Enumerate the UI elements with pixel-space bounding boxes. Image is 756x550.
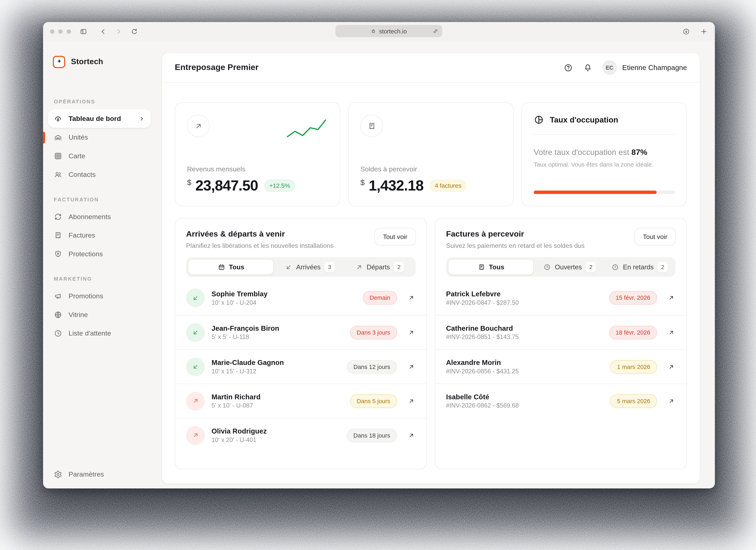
- sidebar-item-abonnements[interactable]: Abonnements: [48, 207, 151, 226]
- back-icon[interactable]: [97, 25, 109, 38]
- sidebar-item-promotions[interactable]: Promotions: [48, 287, 151, 306]
- movement-row-jean-francois-biron[interactable]: Jean-François Biron5' x 5' - U-118Dans 3…: [175, 315, 426, 349]
- alert-icon: [612, 263, 619, 271]
- tab-count-badge: 2: [586, 262, 596, 272]
- invoice-row-catherine-bouchard[interactable]: Catherine Bouchard#INV-2026-0851 - $143.…: [435, 315, 686, 349]
- tab-en-retards[interactable]: En retards2: [606, 259, 674, 275]
- tab-tous[interactable]: Tous: [188, 259, 274, 275]
- bell-icon[interactable]: [582, 62, 593, 73]
- stats-row: Revenus mensuels $ 23,847.50 +12.5%: [175, 102, 687, 206]
- sidebar-item-vitrine[interactable]: Vitrine: [48, 305, 151, 324]
- open-row-button[interactable]: [665, 360, 678, 373]
- invoice-row-alexandre-morin[interactable]: Alexandre Morin#INV-2026-0856 - $431.251…: [435, 349, 686, 384]
- open-row-button[interactable]: [405, 429, 418, 442]
- invoices-list: Patrick Lefebvre#INV-2026-0847 - $287.50…: [435, 281, 686, 418]
- chevron-icon: [139, 115, 145, 122]
- due-badge: Dans 12 jours: [347, 360, 397, 374]
- tab-label: Ouvertes: [555, 263, 582, 271]
- movement-row-olivia-rodriguez[interactable]: Olivia Rodriguez10' x 20' - U-401Dans 18…: [175, 418, 426, 452]
- sidebar-item-label: Unités: [69, 133, 88, 141]
- see-all-button[interactable]: Tout voir: [635, 228, 676, 245]
- invoice-count-badge: 4 factures: [429, 179, 467, 192]
- open-row-button[interactable]: [405, 395, 418, 407]
- sidebar-item-label: Abonnements: [69, 213, 111, 220]
- sidebar-item-parametres[interactable]: Paramètres: [48, 465, 151, 484]
- invoices-tabs: TousOuvertes2En retards2: [446, 257, 676, 277]
- nav-group-marketing: MARKETINGPromotionsVitrineListe d'attent…: [48, 263, 151, 343]
- tab-tous[interactable]: Tous: [448, 259, 534, 275]
- arrow-up-right-icon: [668, 329, 675, 336]
- downloads-icon[interactable]: [680, 25, 692, 38]
- open-row-button[interactable]: [405, 360, 418, 373]
- trend-up-icon: [187, 115, 210, 137]
- close-window-button[interactable]: [50, 29, 54, 34]
- repeat-icon: [54, 212, 62, 221]
- customer-name: Isabelle Côté: [446, 393, 519, 401]
- help-icon[interactable]: [563, 62, 574, 73]
- stat-label: Revenus mensuels: [187, 165, 328, 173]
- balance-card: Soldes à percevoir $ 1,432.18 4 factures: [348, 102, 514, 206]
- sidebar-item-label: Liste d'attente: [69, 329, 111, 337]
- tab-arrivees[interactable]: Arrivées3: [276, 259, 344, 275]
- gauge-icon: [54, 114, 62, 123]
- open-row-button[interactable]: [405, 292, 418, 304]
- open-row-button[interactable]: [665, 326, 678, 339]
- tab-count-badge: 2: [657, 262, 668, 272]
- due-badge: Dans 5 jours: [350, 394, 397, 408]
- tab-ouvertes[interactable]: Ouvertes2: [536, 259, 604, 275]
- sidebar-item-unites[interactable]: Unités: [48, 128, 151, 147]
- nav-group-operations: OPÉRATIONSTableau de bordUnitésCarteCont…: [48, 98, 151, 184]
- sidebar-item-label: Contacts: [69, 170, 96, 178]
- new-tab-icon[interactable]: [697, 25, 710, 38]
- tenant-name: Marie-Claude Gagnon: [212, 359, 284, 367]
- megaphone-icon: [54, 292, 62, 300]
- users-icon: [54, 170, 62, 178]
- customer-name: Patrick Lefebvre: [446, 290, 519, 298]
- see-all-button[interactable]: Tout voir: [375, 228, 416, 245]
- url-bar[interactable]: stortech.io: [335, 25, 442, 37]
- open-row-button[interactable]: [405, 326, 418, 339]
- arrow-up-right-icon: [355, 263, 363, 271]
- tenant-name: Olivia Rodriguez: [212, 427, 267, 435]
- sidebar-item-protections[interactable]: Protections: [48, 244, 151, 263]
- occupancy-title: Taux d'occupation: [550, 115, 618, 124]
- customer-name: Catherine Bouchard: [446, 324, 519, 332]
- unit-detail: 10' x 15' - U-312: [212, 368, 284, 375]
- invoices-panel: Factures à percevoir Suivez les paiement…: [435, 218, 687, 469]
- sidebar-item-factures[interactable]: Factures: [48, 226, 151, 244]
- reload-icon[interactable]: [128, 25, 141, 38]
- minimize-window-button[interactable]: [58, 29, 63, 34]
- due-badge: Dans 18 jours: [347, 429, 397, 442]
- sidebar-item-carte[interactable]: Carte: [48, 146, 151, 165]
- movement-row-martin-richard[interactable]: Martin Richard5' x 10' - U-087Dans 5 jou…: [175, 384, 426, 418]
- arrow-up-right-icon: [192, 397, 199, 405]
- sidebar-item-contacts[interactable]: Contacts: [48, 165, 151, 184]
- stat-value: 1,432.18: [369, 177, 423, 194]
- tab-label: En retards: [623, 263, 654, 271]
- arrival-avatar: [186, 323, 205, 342]
- user-menu[interactable]: EC Etienne Champagne: [602, 60, 687, 75]
- sidebar-item-tableau-de-bord[interactable]: Tableau de bord: [48, 109, 151, 128]
- movement-row-sophie-tremblay[interactable]: Sophie Tremblay10' x 10' - U-204Demain: [175, 281, 426, 315]
- movement-row-marie-claude-gagnon[interactable]: Marie-Claude Gagnon10' x 15' - U-312Dans…: [175, 349, 426, 384]
- arrow-down-left-icon: [192, 329, 199, 336]
- invoice-row-patrick-lefebvre[interactable]: Patrick Lefebvre#INV-2026-0847 - $287.50…: [435, 281, 686, 315]
- brand-logo[interactable]: Stortech: [53, 54, 156, 69]
- unit-detail: 10' x 10' - U-204: [212, 299, 268, 306]
- sidebar-item-label: Protections: [69, 250, 103, 258]
- user-name: Etienne Champagne: [622, 64, 687, 72]
- zoom-window-button[interactable]: [67, 29, 71, 34]
- open-row-button[interactable]: [665, 292, 678, 304]
- sidebar-toggle-icon[interactable]: [77, 25, 89, 38]
- traffic-lights[interactable]: [50, 29, 71, 34]
- due-date-badge: 15 févr. 2026: [609, 291, 657, 305]
- invoice-row-isabelle-cote[interactable]: Isabelle Côté#INV-2026-0862 - $569.685 m…: [435, 384, 686, 418]
- forward-icon[interactable]: [112, 25, 125, 38]
- link-icon[interactable]: [433, 28, 438, 34]
- sidebar-item-label: Carte: [69, 152, 85, 160]
- lock-icon: [371, 28, 376, 34]
- open-row-button[interactable]: [665, 395, 678, 407]
- screenshot-stage: stortech.io Stortech OPÉRATIONSTableau d…: [0, 0, 756, 550]
- tab-departs[interactable]: Départs2: [346, 259, 414, 275]
- sidebar-item-liste-d-attente[interactable]: Liste d'attente: [48, 324, 151, 343]
